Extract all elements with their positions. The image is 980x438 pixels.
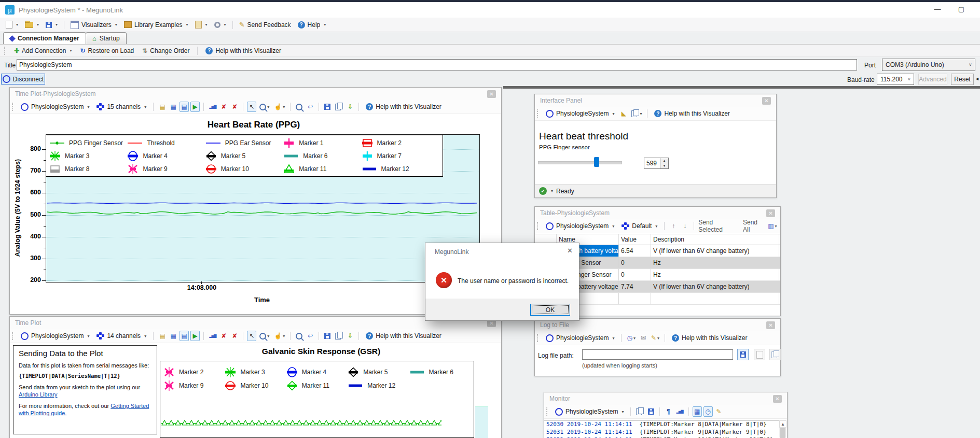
clock-icon[interactable]: ◷ [703,406,713,417]
collapse-arrow-icon[interactable]: ◄ [975,76,979,81]
zoom-previous-icon[interactable]: ↩ [306,331,315,341]
library-examples-menu[interactable]: Library Examples▾ [121,20,191,30]
zoom-icon[interactable]: ▾ [258,331,271,341]
ruler-icon[interactable]: ◣ [619,108,628,119]
zoom-icon[interactable]: ▾ [258,102,271,112]
properties-icon[interactable]: ▤ [158,102,167,112]
source-select[interactable]: PhysiologieSystem▾ [543,333,617,343]
close-icon[interactable]: ✕ [773,395,782,403]
source-select[interactable]: PhysiologieSystem▾ [18,102,92,112]
source-select[interactable]: PhysiologieSystem▾ [543,109,617,119]
timestamp-icon[interactable]: ◷▾ [625,333,637,343]
change-order-button[interactable]: ⇅Change Order [140,46,192,55]
port-select[interactable]: COM3 (Arduino Uno)˅ [882,59,975,71]
close-icon[interactable]: ✕ [567,247,573,255]
bar-chart-icon[interactable]: ▂▅▇ [208,102,217,112]
pointer-icon[interactable]: ↖ [247,102,256,112]
clear-all-icon[interactable]: ✘ [230,102,239,112]
scrollbar-thumb[interactable] [780,428,785,438]
add-connection-button[interactable]: ✚Add Connection▾ [11,46,74,55]
copy-plot-icon[interactable] [334,102,344,112]
channels-select[interactable]: 14 channels▾ [94,331,149,341]
close-icon[interactable]: ✕ [766,209,775,217]
help-with-visualizer-button[interactable]: ?Help with this Visualizer [363,102,444,111]
column-header[interactable]: Value [619,234,651,245]
help-with-visualizer-button[interactable]: ?Help with this Visualizer [669,333,750,343]
maximize-button[interactable]: ▢ [953,4,970,15]
clear-plot-icon[interactable]: ✘ [219,102,228,112]
spinner[interactable]: ▲▼ [660,158,668,168]
move-up-icon[interactable]: ↑ [669,221,678,231]
legend-toggle-icon[interactable]: ▤ [180,102,189,112]
help-with-visualizer-button[interactable]: ?Help with this Visualizer [363,331,444,341]
scroll-up-icon[interactable]: ▲ [779,420,786,428]
zoom-previous-icon[interactable]: ↩ [306,102,315,112]
baud-rate-select[interactable]: 115.200˅ [877,74,914,85]
send-feedback-button[interactable]: ✎Send Feedback [237,20,294,30]
data-table-icon[interactable]: ▦ [169,331,178,341]
new-file-button[interactable]: ▾ [3,20,21,30]
copy-icon[interactable]: ▾ [630,108,643,119]
chevron-down-icon[interactable]: ▾ [551,189,553,193]
log-path-input[interactable] [582,349,733,360]
export-image-icon[interactable]: ⇩ [346,102,355,112]
zoom-extents-icon[interactable] [294,331,304,341]
threshold-value-input[interactable]: 599 ▲▼ [644,158,669,169]
table-cell[interactable]: V (If lower than 6V change battery) [651,281,779,292]
channels-select[interactable]: 15 channels▾ [94,102,149,111]
table-cell[interactable] [651,293,779,304]
help-with-visualizer-button[interactable]: ?Help with this Visualizer [652,109,733,118]
close-icon[interactable]: ✕ [487,90,496,98]
table-cell[interactable]: 0 [619,257,651,269]
disconnect-button[interactable]: Disconnect [1,74,45,84]
monitor-output[interactable]: 52030 2019-10-24 11:14:11{TIMEPLOT:Marke… [544,420,779,438]
copy-plot-icon[interactable] [334,331,344,341]
edit-icon[interactable]: ✎ [714,406,724,417]
run-icon[interactable]: ▶ [190,331,200,341]
save-plot-icon[interactable] [323,102,332,112]
arduino-library-link[interactable]: Arduino Library [19,391,58,398]
restore-on-load-button[interactable]: ↻Restore on Load [77,46,136,55]
source-select[interactable]: PhysiologieSystem▾ [553,407,626,417]
close-icon[interactable]: ✕ [762,97,771,105]
run-icon[interactable]: ▶ [190,102,200,112]
visualizers-menu[interactable]: Visualizers▾ [68,20,120,30]
bar-chart-icon[interactable]: ▂▅▇ [208,331,217,341]
column-header[interactable]: Description [651,234,779,245]
copy-icon[interactable] [634,406,645,417]
settings-menu[interactable]: ▾ [212,21,229,29]
send-selected-button[interactable]: Send Selected [698,219,737,233]
monitor-scrollbar[interactable]: ▲ [779,420,786,437]
threshold-slider-thumb[interactable] [594,157,599,167]
ok-button[interactable]: OK [530,304,570,316]
clear-all-icon[interactable]: ✘ [230,331,239,341]
send-all-button[interactable]: Send All [743,219,765,233]
minimize-button[interactable]: — [929,4,946,15]
table-cell[interactable]: 6.54 [619,245,651,257]
table-cell[interactable]: 7.74 [619,281,651,292]
pan-icon[interactable]: ☝▾ [272,102,286,112]
grid-icon[interactable]: ▦ [693,406,702,417]
pilcrow-icon[interactable]: ¶ [664,406,673,417]
save-log-button[interactable] [737,349,749,360]
tab-startup[interactable]: ⌂ Startup [86,32,127,44]
close-icon[interactable]: ✕ [766,321,775,329]
table-cell[interactable]: 0 [619,269,651,280]
help-with-visualizer-button[interactable]: ?Help with this Visualizer [203,46,284,55]
profile-select[interactable]: Default▾ [619,221,660,231]
source-select[interactable]: PhysiologieSystem▾ [543,221,617,231]
legend-toggle-icon[interactable]: ▤ [180,331,189,341]
open-file-button[interactable]: ▾ [22,21,42,29]
edit-log-icon[interactable]: ✎▾ [650,333,661,343]
export-image-icon[interactable]: ⇩ [346,331,355,341]
connection-title-input[interactable]: PhysiologieSystem [17,59,857,70]
move-down-icon[interactable]: ↓ [680,221,689,231]
save-button[interactable]: ▾ [43,21,60,29]
save-icon[interactable] [646,406,656,417]
macros-menu[interactable]: ▾ [192,20,210,30]
email-icon[interactable]: ✉ [639,333,648,343]
source-select[interactable]: PhysiologieSystem▾ [18,331,92,341]
column-chooser-icon[interactable]: ▥▾ [767,221,778,231]
data-table-icon[interactable]: ▦ [169,102,178,112]
send-to-plot-icon[interactable]: ▂▅▇ [674,406,684,417]
